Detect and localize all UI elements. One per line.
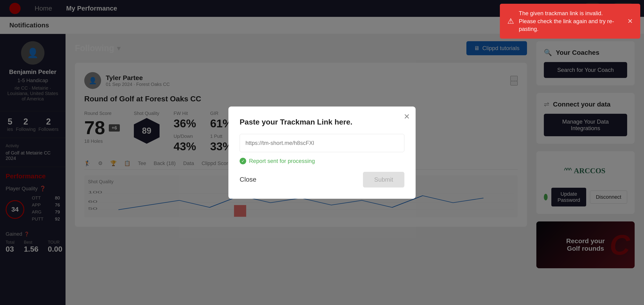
warning-icon: ⚠	[507, 16, 514, 26]
dialog-success-message: ✓ Report sent for processing	[240, 158, 404, 164]
dialog-overlay: Paste your Trackman Link here. ✕ ✓ Repor…	[0, 0, 644, 305]
dialog-close-x-button[interactable]: ✕	[404, 112, 410, 121]
check-icon: ✓	[240, 158, 246, 164]
trackman-link-input[interactable]	[240, 134, 404, 152]
dialog-close-button[interactable]: Close	[240, 176, 256, 183]
toast-close-button[interactable]: ✕	[628, 16, 633, 26]
dialog-title: Paste your Trackman Link here.	[240, 118, 404, 126]
toast-message: The given trackman link is invalid. Plea…	[519, 9, 618, 33]
error-toast: ⚠ The given trackman link is invalid. Pl…	[500, 4, 640, 38]
dialog-actions: Close Submit	[240, 172, 404, 188]
dialog-submit-button[interactable]: Submit	[363, 172, 404, 188]
trackman-dialog: Paste your Trackman Link here. ✕ ✓ Repor…	[228, 106, 416, 199]
